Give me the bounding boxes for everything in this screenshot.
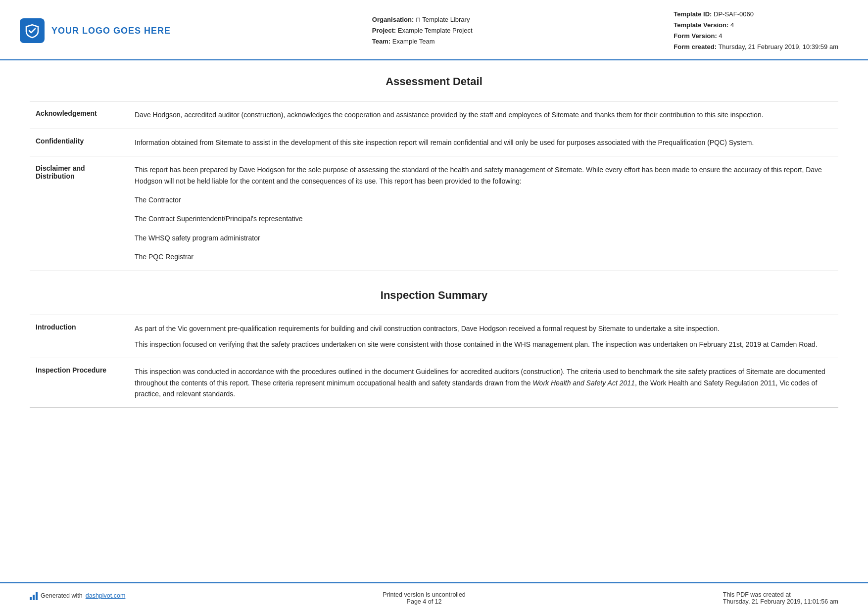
disclaimer-text: This report has been prepared by Dave Ho… (135, 164, 832, 187)
header-meta-right: Template ID: DP-SAF-0060 Template Versio… (674, 9, 838, 52)
project-label: Project: (372, 27, 396, 34)
footer-created-label: This PDF was created at (723, 591, 838, 598)
main-content: Assessment Detail Acknowledgement Dave H… (0, 60, 868, 423)
list-item-superintendent: The Contract Superintendent/Principal's … (135, 213, 832, 224)
header: YOUR LOGO GOES HERE Organisation: ⊓ Temp… (0, 0, 868, 60)
template-id-label: Template ID: (674, 10, 712, 18)
form-created-label: Form created: (674, 43, 717, 50)
inspection-procedure-label: Inspection Procedure (30, 358, 129, 408)
table-row: Acknowledgement Dave Hodgson, accredited… (30, 101, 838, 129)
section-title-assessment: Assessment Detail (30, 75, 838, 91)
section-title-inspection: Inspection Summary (30, 289, 838, 305)
footer-center: Printed version is uncontrolled Page 4 o… (383, 591, 465, 605)
footer: Generated with dashpivot.com Printed ver… (0, 582, 868, 613)
template-id-value: DP-SAF-0060 (714, 10, 754, 18)
footer-page-number: Page 4 of 12 (383, 598, 465, 605)
logo-icon (20, 18, 45, 43)
template-version-value: 4 (730, 21, 734, 29)
assessment-detail-table: Acknowledgement Dave Hodgson, accredited… (30, 101, 838, 271)
introduction-text-2: This inspection focused on verifying tha… (135, 339, 832, 350)
disclaimer-label: Disclaimer andDistribution (30, 156, 129, 271)
dashpivot-icon (30, 591, 38, 600)
introduction-text-1: As part of the Vic government pre-qualif… (135, 323, 832, 334)
acknowledgement-text: Dave Hodgson, accredited auditor (constr… (135, 109, 832, 120)
form-created-value: Thursday, 21 February 2019, 10:39:59 am (718, 43, 838, 50)
confidentiality-value: Information obtained from Sitemate to as… (129, 129, 838, 156)
footer-uncontrolled-text: Printed version is uncontrolled (383, 591, 465, 598)
footer-generated-text: Generated with (41, 592, 83, 599)
form-version-value: 4 (719, 32, 722, 40)
header-meta-center: Organisation: ⊓ Template Library Project… (372, 14, 473, 47)
confidentiality-label: Confidentiality (30, 129, 129, 156)
inspection-procedure-text: This inspection was conducted in accorda… (135, 366, 832, 399)
list-item-whsq: The WHSQ safety program administrator (135, 233, 832, 243)
table-row: Confidentiality Information obtained fro… (30, 129, 838, 156)
table-row: Disclaimer andDistribution This report h… (30, 156, 838, 271)
footer-created-value: Thursday, 21 February 2019, 11:01:56 am (723, 598, 838, 605)
project-value: Example Template Project (398, 27, 473, 34)
footer-left: Generated with dashpivot.com (30, 591, 125, 600)
introduction-label: Introduction (30, 315, 129, 358)
form-version-label: Form Version: (674, 32, 717, 40)
template-version-label: Template Version: (674, 21, 728, 29)
disclaimer-value: This report has been prepared by Dave Ho… (129, 156, 838, 271)
inspection-summary-table: Introduction As part of the Vic governme… (30, 315, 838, 408)
list-item-contractor: The Contractor (135, 194, 832, 205)
logo-text: YOUR LOGO GOES HERE (51, 26, 171, 36)
logo-area: YOUR LOGO GOES HERE (20, 18, 171, 43)
table-row: Inspection Procedure This inspection was… (30, 358, 838, 408)
list-item-pqc: The PQC Registrar (135, 251, 832, 262)
confidentiality-text: Information obtained from Sitemate to as… (135, 137, 832, 148)
acknowledgement-label: Acknowledgement (30, 101, 129, 129)
acknowledgement-value: Dave Hodgson, accredited auditor (constr… (129, 101, 838, 129)
introduction-value: As part of the Vic government pre-qualif… (129, 315, 838, 358)
inspection-procedure-value: This inspection was conducted in accorda… (129, 358, 838, 408)
team-label: Team: (372, 38, 390, 45)
footer-right: This PDF was created at Thursday, 21 Feb… (723, 591, 838, 605)
org-label: Organisation: (372, 16, 414, 23)
footer-dashpivot-link[interactable]: dashpivot.com (86, 592, 126, 599)
team-value: Example Team (392, 38, 435, 45)
table-row: Introduction As part of the Vic governme… (30, 315, 838, 358)
org-value: ⊓ Template Library (416, 16, 470, 23)
